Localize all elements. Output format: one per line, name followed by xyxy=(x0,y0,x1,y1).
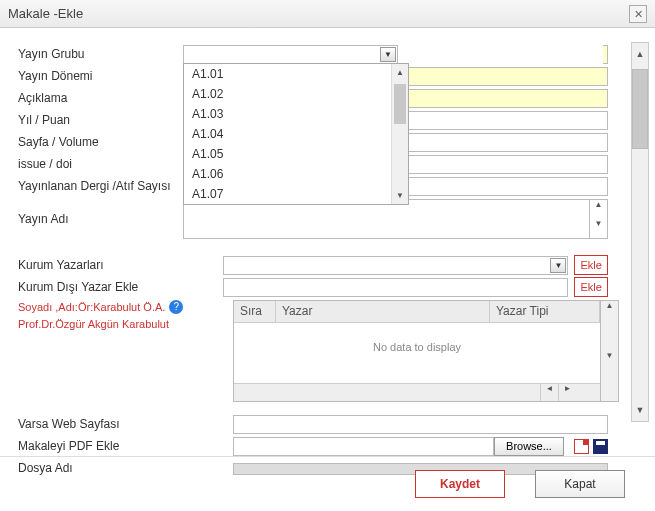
label-kurum-yazarlari: Kurum Yazarları xyxy=(18,258,223,272)
form-body: Yayın Grubu ▼ A1.01 A1.02 A1.03 A1.04 A1… xyxy=(0,28,655,456)
kapat-button[interactable]: Kapat xyxy=(535,470,625,498)
scroll-up-icon[interactable]: ▲ xyxy=(392,64,408,81)
grid-body: No data to display xyxy=(234,323,600,383)
kurum-disi-input[interactable] xyxy=(223,278,568,297)
label-yil-puan: Yıl / Puan xyxy=(18,113,183,127)
dropdown-item[interactable]: A1.01 xyxy=(184,64,408,84)
col-yazar[interactable]: Yazar xyxy=(276,301,490,322)
save-icon[interactable] xyxy=(593,439,608,454)
label-aciklama: Açıklama xyxy=(18,91,183,105)
label-dergi-atif: Yayınlanan Dergi /Atıf Sayısı xyxy=(18,179,183,193)
scroll-down-icon[interactable]: ▼ xyxy=(392,187,408,204)
yayin-grubu-extra[interactable] xyxy=(603,45,608,64)
help-icon[interactable]: ? xyxy=(169,300,183,314)
dropdown-item[interactable]: A1.05 xyxy=(184,144,408,164)
col-sira[interactable]: Sıra xyxy=(234,301,276,322)
label-yayin-donemi: Yayın Dönemi xyxy=(18,69,183,83)
main-scrollbar[interactable]: ▲ ▼ xyxy=(631,42,649,422)
up-icon[interactable]: ▲ xyxy=(601,301,618,351)
title-bar: Makale -Ekle ✕ xyxy=(0,0,655,28)
window-title: Makale -Ekle xyxy=(8,6,83,21)
yayin-grubu-dropdown: A1.01 A1.02 A1.03 A1.04 A1.05 A1.06 A1.0… xyxy=(183,63,409,205)
scroll-thumb[interactable] xyxy=(394,84,406,124)
authors-grid: Sıra Yazar Yazar Tipi No data to display… xyxy=(233,300,601,402)
scroll-thumb[interactable] xyxy=(632,69,648,149)
yayin-adi-textarea[interactable] xyxy=(183,199,590,239)
dropdown-item[interactable]: A1.03 xyxy=(184,104,408,124)
label-yayin-grubu: Yayın Grubu xyxy=(18,47,183,61)
scroll-left-icon[interactable]: ◄ xyxy=(540,384,558,401)
dropdown-item[interactable]: A1.07 xyxy=(184,184,408,204)
dropdown-item[interactable]: A1.06 xyxy=(184,164,408,184)
ekle-button-1[interactable]: Ekle xyxy=(574,255,608,275)
hint-soyadi: Soyadı ,Adı:Ör:Karabulut Ö.A.? xyxy=(18,298,233,316)
label-sayfa-volume: Sayfa / Volume xyxy=(18,135,183,149)
dropdown-item[interactable]: A1.04 xyxy=(184,124,408,144)
scroll-right-icon[interactable]: ► xyxy=(558,384,576,401)
label-yayin-adi: Yayın Adı xyxy=(18,212,183,226)
down-icon[interactable]: ▼ xyxy=(601,351,618,401)
dropdown-item[interactable]: A1.02 xyxy=(184,84,408,104)
kaydet-button[interactable]: Kaydet xyxy=(415,470,505,498)
col-tip[interactable]: Yazar Tipi xyxy=(490,301,600,322)
scroll-up-icon[interactable]: ▲ xyxy=(632,43,648,65)
kurum-yazarlari-combo[interactable]: ▼ xyxy=(223,256,568,275)
web-input[interactable] xyxy=(233,415,608,434)
chevron-down-icon[interactable]: ▼ xyxy=(380,47,396,62)
label-kurum-disi: Kurum Dışı Yazar Ekle xyxy=(18,280,223,294)
chevron-down-icon[interactable]: ▼ xyxy=(550,258,566,273)
up-icon[interactable]: ▲ xyxy=(590,200,607,219)
pdf-path-input[interactable] xyxy=(233,437,494,456)
scroll-down-icon[interactable]: ▼ xyxy=(632,399,648,421)
window-close-button[interactable]: ✕ xyxy=(629,5,647,23)
pdf-icon[interactable] xyxy=(574,439,589,454)
label-pdf-ekle: Makaleyi PDF Ekle xyxy=(18,439,233,453)
dropdown-scrollbar[interactable]: ▲ ▼ xyxy=(391,64,408,204)
grid-vscroll[interactable]: ▲▼ xyxy=(601,300,619,402)
yayin-adi-spinner[interactable]: ▲▼ xyxy=(590,199,608,239)
grid-empty-text: No data to display xyxy=(234,341,600,353)
label-varsa-web: Varsa Web Sayfası xyxy=(18,417,233,431)
hint-prof: Prof.Dr.Özgür Akgün Karabulut xyxy=(18,316,233,332)
grid-header: Sıra Yazar Yazar Tipi xyxy=(234,301,600,323)
ekle-button-2[interactable]: Ekle xyxy=(574,277,608,297)
footer: Kaydet Kapat xyxy=(0,456,655,511)
yayin-grubu-combo[interactable]: ▼ xyxy=(183,45,398,64)
down-icon[interactable]: ▼ xyxy=(590,219,607,238)
label-issue-doi: issue / doi xyxy=(18,157,183,171)
grid-footer: ◄► xyxy=(234,383,600,401)
browse-button[interactable]: Browse... xyxy=(494,437,564,456)
